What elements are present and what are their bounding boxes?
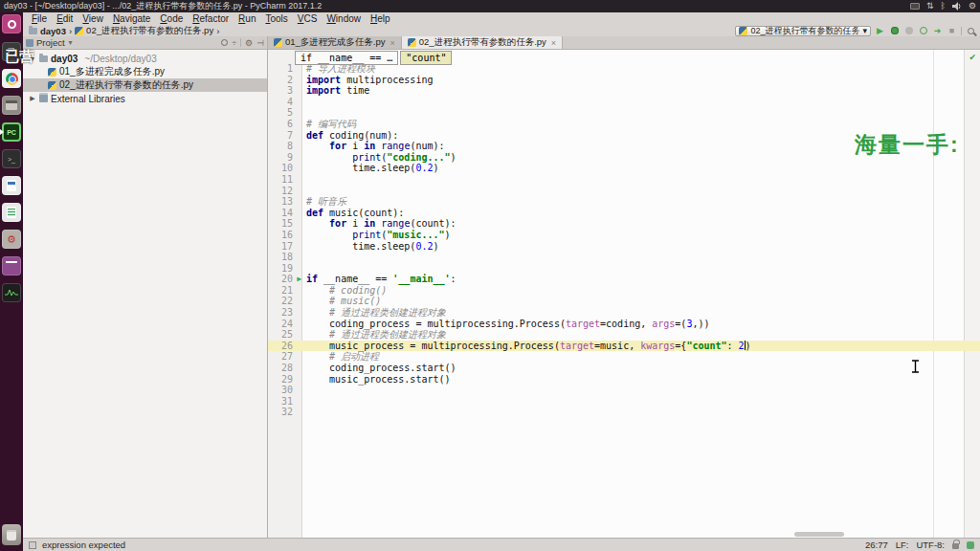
line-number[interactable]: 2 — [268, 75, 302, 86]
line-number[interactable]: 32 — [268, 407, 302, 418]
run-gutter-icon[interactable]: ▶ — [297, 275, 301, 284]
stop-button[interactable]: ■ — [947, 26, 957, 36]
line-number[interactable]: 20▶ — [268, 274, 302, 285]
recorder-bar — [6, 261, 17, 263]
line-number[interactable]: 10 — [268, 163, 302, 174]
line-number[interactable]: 14 — [268, 208, 302, 219]
menu-refactor[interactable]: Refactor — [188, 12, 234, 25]
line-number[interactable]: 26 — [268, 341, 302, 352]
network-icon[interactable]: ⇅ — [926, 0, 934, 12]
settings-icon[interactable]: ⚙ — [2, 230, 21, 249]
horizontal-scrollbar[interactable] — [794, 532, 844, 537]
locate-icon[interactable] — [221, 39, 228, 46]
line-number[interactable]: 11 — [268, 174, 302, 186]
line-number[interactable]: 31 — [268, 396, 302, 408]
tree-root-row[interactable]: ▼ day03 ~/Desktop/day03 — [23, 52, 267, 65]
line-number[interactable]: 9 — [268, 152, 302, 164]
hide-panel-icon[interactable]: ⊣ — [256, 38, 264, 48]
breadcrumb-folder[interactable]: day03 — [40, 26, 66, 36]
line-number[interactable]: 12 — [268, 186, 302, 197]
project-panel-title[interactable]: Project — [36, 37, 65, 48]
toolwindow-toggle-icon[interactable] — [29, 541, 36, 549]
menu-window[interactable]: Window — [322, 12, 366, 25]
system-monitor-icon[interactable] — [2, 283, 21, 302]
caret-position[interactable]: 26:77 — [865, 540, 888, 550]
volume-icon[interactable] — [952, 2, 962, 11]
line-content: for i in range(num): — [302, 141, 445, 152]
coverage-button[interactable] — [903, 26, 914, 36]
line-number[interactable]: 13 — [268, 196, 302, 208]
trash-icon[interactable] — [2, 524, 21, 545]
panel-gear-icon[interactable]: ⚙ — [245, 38, 253, 48]
menu-vcs[interactable]: VCS — [293, 12, 323, 25]
menu-navigate[interactable]: Navigate — [108, 12, 155, 25]
inspections-ok-icon[interactable]: ✔ — [969, 53, 976, 62]
line-number[interactable]: 5 — [268, 107, 302, 119]
session-gear-icon[interactable]: ⚙ — [969, 0, 976, 12]
calc-icon[interactable] — [2, 203, 21, 222]
lock-icon[interactable] — [952, 543, 959, 549]
run-config-select[interactable]: 02_进程执行带有参数的任务 ▾ — [735, 26, 871, 36]
pycharm-icon[interactable]: PC — [2, 122, 21, 142]
line-number[interactable]: 15 — [268, 218, 302, 230]
writer-icon[interactable] — [2, 176, 21, 195]
line-number[interactable]: 7 — [268, 130, 302, 142]
line-number[interactable]: 8 — [268, 141, 302, 152]
tab-close-icon[interactable]: × — [551, 38, 556, 48]
token: "count" — [686, 341, 726, 351]
ubuntu-dash-icon[interactable] — [2, 14, 21, 33]
breadcrumb-file[interactable]: 02_进程执行带有参数的任务.py — [86, 25, 213, 37]
line-number[interactable]: 16 — [268, 230, 302, 241]
line-number[interactable]: 3 — [268, 85, 302, 97]
keyboard-indicator-icon[interactable] — [910, 3, 920, 10]
line-number[interactable]: 24 — [268, 319, 302, 330]
editor-tab-2[interactable]: 02_进程执行带有参数的任务.py× — [402, 36, 563, 49]
line-number[interactable]: 6 — [268, 119, 302, 130]
code-line-16: 16 print("music...") — [268, 230, 980, 241]
tree-file-row-selected[interactable]: 02_进程执行带有参数的任务.py — [23, 78, 267, 92]
token: in — [364, 141, 375, 151]
tab-close-icon[interactable]: × — [390, 38, 395, 48]
chrome-icon[interactable] — [2, 69, 21, 88]
context-info-popup: if __name__ == … "count" — [295, 51, 452, 65]
editor-tab-1[interactable]: 01_多进程完成多任务.py× — [268, 36, 402, 49]
search-everywhere-button[interactable] — [966, 26, 976, 36]
project-chevron-icon[interactable]: ▾ — [69, 38, 73, 47]
line-number[interactable]: 18 — [268, 252, 302, 263]
line-number[interactable]: 22 — [268, 296, 302, 307]
debug-button[interactable] — [889, 26, 900, 36]
external-expand-icon[interactable]: ▶ — [29, 95, 36, 102]
code-editor[interactable]: ✔ if __name__ == … "count" 1# 导入进程模块2imp… — [268, 50, 980, 538]
line-number[interactable]: 4 — [268, 97, 302, 108]
line-number[interactable]: 17 — [268, 241, 302, 253]
menu-code[interactable]: Code — [155, 12, 188, 25]
line-number[interactable]: 30 — [268, 385, 302, 396]
menu-view[interactable]: View — [78, 12, 108, 25]
line-number[interactable]: 21 — [268, 285, 302, 297]
menu-file[interactable]: File — [27, 12, 52, 25]
recorder-icon[interactable] — [2, 256, 21, 276]
line-number[interactable]: 23 — [268, 307, 302, 319]
profile-button[interactable] — [918, 26, 928, 36]
line-number[interactable]: 28 — [268, 363, 302, 374]
attach-button[interactable]: ➜ — [932, 26, 943, 36]
menu-tools[interactable]: Tools — [260, 12, 292, 25]
inspector-icon[interactable] — [967, 541, 974, 549]
bluetooth-icon[interactable]: ᛒ — [941, 0, 946, 12]
menu-help[interactable]: Help — [366, 12, 395, 25]
file-encoding[interactable]: UTF-8: — [916, 540, 945, 550]
tree-external-row[interactable]: ▶ External Libraries — [23, 92, 267, 105]
menu-edit[interactable]: Edit — [52, 12, 78, 25]
file-manager-icon[interactable] — [2, 96, 21, 115]
root-name: day03 — [51, 54, 78, 64]
tree-file-row[interactable]: 01_多进程完成多任务.py — [23, 65, 267, 78]
line-number[interactable]: 25 — [268, 329, 302, 341]
collapse-all-icon[interactable]: ÷ — [232, 38, 236, 48]
terminal-icon[interactable]: >_ — [2, 149, 21, 168]
line-number[interactable]: 19 — [268, 263, 302, 275]
run-button[interactable]: ▶ — [875, 26, 885, 36]
line-number[interactable]: 29 — [268, 374, 302, 386]
line-number[interactable]: 27 — [268, 351, 302, 363]
line-ending[interactable]: LF: — [896, 540, 909, 550]
menu-run[interactable]: Run — [234, 12, 260, 25]
